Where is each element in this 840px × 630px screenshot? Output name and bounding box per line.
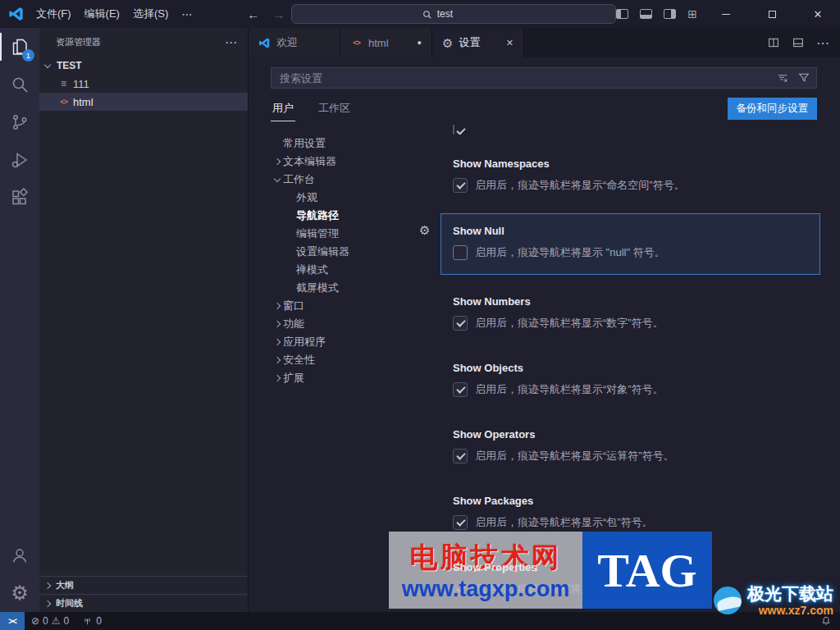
toc-item-workbench[interactable]: 工作台	[271, 171, 443, 189]
checkbox[interactable]	[453, 515, 468, 530]
tab-welcome[interactable]: 欢迎	[249, 28, 340, 57]
toc-item-breadcrumbs[interactable]: 导航路径	[271, 207, 443, 225]
settings-search-input[interactable]	[271, 67, 817, 89]
source-control-icon	[10, 112, 30, 132]
scope-tab-workspace[interactable]: 工作区	[317, 96, 352, 121]
setting-title: Show Packages	[453, 495, 820, 507]
activity-search-button[interactable]	[0, 66, 39, 103]
run-debug-icon	[10, 150, 30, 170]
tree-file-111[interactable]: ≡ 111	[39, 75, 248, 93]
warning-count: 0	[64, 615, 70, 627]
problems-status[interactable]: ⊘ 0 ⚠ 0	[25, 612, 75, 630]
checkbox[interactable]	[453, 316, 468, 331]
customize-layout-icon[interactable]: ⊞	[687, 9, 697, 19]
activity-account-button[interactable]	[0, 536, 39, 574]
layout-panel-icon[interactable]	[792, 36, 805, 49]
split-editor-icon[interactable]	[767, 36, 780, 49]
setting-show-packages: Show Packages 启用后，痕迹导航栏将显示“包”符号。	[453, 495, 820, 530]
toggle-primary-sidebar-icon[interactable]	[616, 9, 628, 19]
checkbox[interactable]	[453, 178, 468, 193]
toc-item-security[interactable]: 安全性	[271, 351, 443, 369]
title-bar: 文件(F) 编辑(E) 选择(S) ⋯ ← → ⊞ ✕	[0, 0, 840, 28]
tab-html[interactable]: <> html ●	[340, 28, 432, 57]
toc-item-common[interactable]: 常用设置	[271, 135, 443, 153]
activity-run-debug-button[interactable]	[0, 141, 39, 179]
timeline-panel-header[interactable]: 时间线	[39, 594, 248, 612]
editor-tab-bar: 欢迎 <> html ● ⚙ 设置 ✕	[249, 28, 840, 57]
notifications-bell-icon[interactable]	[820, 615, 832, 627]
folder-label: TEST	[57, 60, 82, 71]
error-count: 0	[43, 615, 48, 627]
sidebar-more-actions-icon[interactable]: ⋯	[225, 35, 238, 50]
modified-dot-icon[interactable]: ●	[418, 39, 422, 47]
toc-item-text-editor[interactable]: 文本编辑器	[271, 153, 443, 171]
settings-scope-row: 用户 工作区 备份和同步设置	[271, 94, 817, 123]
command-center-search[interactable]	[291, 4, 616, 24]
menu-file[interactable]: 文件(F)	[30, 3, 78, 25]
gear-icon: ⚙	[442, 37, 453, 49]
toc-item-screencast-mode[interactable]: 截屏模式	[271, 279, 443, 297]
search-icon	[10, 75, 30, 94]
setting-description: 启用后，痕迹导航栏将显示 "null" 符号。	[475, 245, 665, 260]
maximize-button[interactable]	[755, 0, 789, 28]
checkbox[interactable]	[453, 449, 468, 463]
toc-item-settings-editor[interactable]: 设置编辑器	[271, 243, 443, 261]
ports-count: 0	[96, 615, 102, 627]
command-center-input[interactable]	[437, 8, 486, 20]
tab-label: 设置	[459, 35, 480, 50]
toc-item-appearance[interactable]: 外观	[271, 189, 443, 207]
scope-tab-user[interactable]: 用户	[271, 96, 295, 121]
close-tab-icon[interactable]: ✕	[506, 38, 514, 48]
menu-more[interactable]: ⋯	[175, 5, 199, 24]
close-window-button[interactable]: ✕	[801, 0, 835, 28]
activity-explorer-button[interactable]: 1	[0, 28, 39, 66]
toc-item-features[interactable]: 功能	[271, 315, 443, 333]
toc-label: 扩展	[283, 371, 304, 386]
outline-panel-header[interactable]: 大纲	[39, 576, 248, 594]
vscode-logo-icon	[258, 37, 271, 49]
ports-status[interactable]: 0	[75, 612, 108, 630]
toc-label: 设置编辑器	[296, 244, 349, 259]
filter-funnel-icon[interactable]	[797, 71, 810, 84]
toc-item-window[interactable]: 窗口	[271, 297, 443, 315]
more-actions-icon[interactable]: ⋯	[816, 35, 830, 51]
toc-item-application[interactable]: 应用程序	[271, 333, 443, 351]
toggle-panel-icon[interactable]	[640, 9, 652, 19]
setting-title: Show Operators	[453, 428, 820, 441]
navigate-forward-button[interactable]: →	[266, 6, 291, 23]
toc-item-zen-mode[interactable]: 禅模式	[271, 261, 443, 279]
editor-actions: ⋯	[767, 28, 840, 57]
checkbox[interactable]	[453, 125, 454, 135]
setting-description: 启用后，痕迹导航栏将显示“命名空间”符号。	[475, 178, 685, 193]
minimize-button[interactable]	[709, 0, 743, 28]
toc-item-editor-management[interactable]: 编辑管理	[271, 225, 443, 243]
toc-item-extensions[interactable]: 扩展	[271, 369, 443, 387]
navigate-back-button[interactable]: ←	[240, 6, 266, 23]
checkbox[interactable]	[453, 382, 468, 397]
toggle-secondary-sidebar-icon[interactable]	[664, 9, 676, 19]
settings-editor: 用户 工作区 备份和同步设置 常用设置 文本编辑器	[249, 57, 840, 612]
activity-extensions-button[interactable]	[0, 179, 39, 217]
toc-label: 编辑管理	[296, 226, 339, 241]
menu-edit[interactable]: 编辑(E)	[78, 3, 126, 25]
outline-panel-label: 大纲	[56, 579, 74, 591]
downloader-logo-icon	[714, 587, 742, 614]
toc-label: 功能	[283, 317, 304, 331]
tab-settings[interactable]: ⚙ 设置 ✕	[432, 28, 524, 57]
activity-source-control-button[interactable]	[0, 103, 39, 141]
tree-file-html[interactable]: <> html	[39, 93, 248, 111]
menu-selection[interactable]: 选择(S)	[126, 3, 175, 25]
remote-icon: ><	[8, 617, 16, 626]
clear-filters-icon[interactable]	[776, 71, 789, 84]
remote-indicator-button[interactable]: ><	[0, 612, 25, 630]
clipped-setting-row	[453, 125, 820, 135]
toc-label: 工作台	[283, 172, 315, 187]
minimize-icon	[722, 14, 730, 15]
backup-sync-settings-button[interactable]: 备份和同步设置	[728, 98, 818, 120]
setting-gear-icon[interactable]: ⚙	[419, 223, 430, 238]
activity-settings-button[interactable]: ⚙	[0, 574, 39, 612]
tree-folder-test[interactable]: TEST	[39, 57, 248, 75]
settings-search-actions	[776, 71, 810, 84]
checkbox[interactable]	[453, 245, 468, 260]
settings-search-wrap	[271, 67, 817, 89]
